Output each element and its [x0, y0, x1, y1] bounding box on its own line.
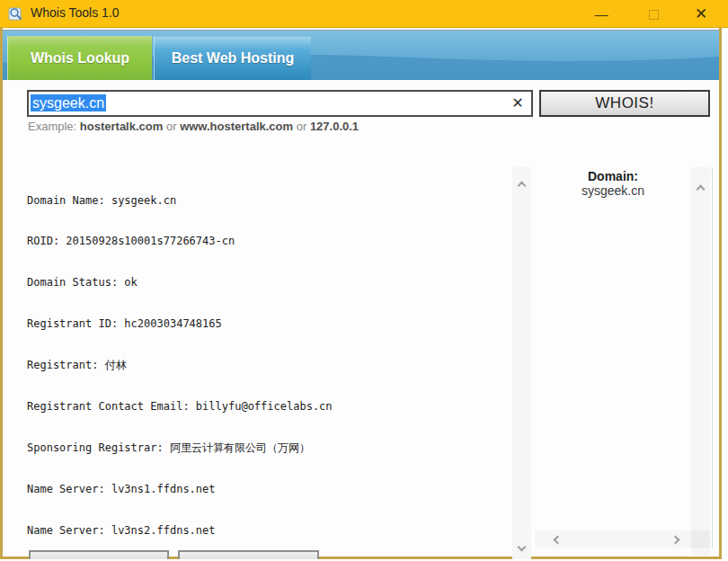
example-domain-1: hostertalk.com: [80, 120, 163, 133]
tab-best-web-hosting[interactable]: Best Web Hosting: [154, 36, 311, 80]
chevron-down-icon: [518, 543, 527, 552]
result-line: Sponsoring Registrar: 阿里云计算有限公司（万网）: [27, 441, 512, 455]
result-line: Domain Status: ok: [27, 276, 512, 289]
chevron-up-icon: [697, 185, 706, 194]
result-line: Name Server: lv3ns1.ffdns.net: [27, 483, 512, 496]
result-line: ROID: 20150928s10001s77266743-cn: [27, 235, 512, 248]
magnifier-app-icon: [8, 5, 24, 22]
client-area: Whois Lookup Best Web Hosting sysgeek.cn…: [3, 29, 719, 557]
scroll-left-button[interactable]: [555, 530, 561, 547]
clear-input-icon[interactable]: ✕: [510, 92, 526, 115]
panel-horizontal-scrollbar[interactable]: [535, 530, 691, 548]
desktop-margin-right: [722, 28, 728, 561]
chevron-left-icon: [554, 536, 563, 545]
domain-search-input[interactable]: sysgeek.cn ✕: [27, 90, 533, 117]
chevron-up-icon: [518, 182, 527, 191]
example-or-2: or: [297, 120, 307, 133]
result-line: Registrant ID: hc2003034748165: [27, 317, 512, 331]
scroll-down-button[interactable]: [512, 538, 531, 554]
maximize-icon: [649, 10, 659, 20]
result-line: Registrant Contact Email: billyfu@office…: [27, 400, 512, 414]
result-line: Domain Name: sysgeek.cn: [27, 194, 512, 208]
result-line: Registrant: 付林: [27, 359, 512, 372]
whois-submit-button[interactable]: WHOIS!: [539, 90, 710, 117]
tab-whois-lookup[interactable]: Whois Lookup: [7, 36, 152, 80]
panel-vertical-scrollbar[interactable]: [691, 167, 710, 556]
maximize-button[interactable]: [633, 0, 674, 28]
panel-divider: [712, 167, 713, 548]
domain-summary-panel: Domain: sysgeek.cn: [535, 166, 691, 553]
title-bar: Whois Tools 1.0 — ✕: [0, 0, 728, 28]
scroll-up-button[interactable]: [512, 176, 531, 192]
scroll-right-button[interactable]: [672, 530, 679, 547]
domain-summary-heading: Domain:: [535, 169, 691, 183]
whois-results-text[interactable]: Domain Name: sysgeek.cn ROID: 20150928s1…: [27, 166, 512, 561]
close-button[interactable]: ✕: [680, 0, 722, 28]
results-vertical-scrollbar[interactable]: [512, 167, 531, 561]
example-ip: 127.0.0.1: [310, 120, 359, 133]
result-line: Name Server: lv3ns2.ffdns.net: [27, 524, 512, 538]
chevron-right-icon: [671, 536, 680, 545]
search-input-selected-text: sysgeek.cn: [31, 94, 106, 111]
example-domain-2: www.hostertalk.com: [180, 120, 293, 133]
tab-strip: Whois Lookup Best Web Hosting: [3, 30, 719, 80]
scroll-up-button[interactable]: [691, 180, 710, 196]
scrollbar-corner: [691, 530, 710, 548]
example-or-1: or: [166, 120, 177, 133]
domain-summary-value: sysgeek.cn: [535, 183, 691, 198]
example-hint: Example: hostertalk.com or www.hostertal…: [28, 120, 359, 133]
minimize-button[interactable]: —: [581, 0, 622, 28]
app-window: Whois Tools 1.0 — ✕ Whois Lookup Best We…: [0, 0, 728, 561]
example-prefix: Example:: [28, 120, 76, 133]
window-title: Whois Tools 1.0: [31, 5, 120, 20]
